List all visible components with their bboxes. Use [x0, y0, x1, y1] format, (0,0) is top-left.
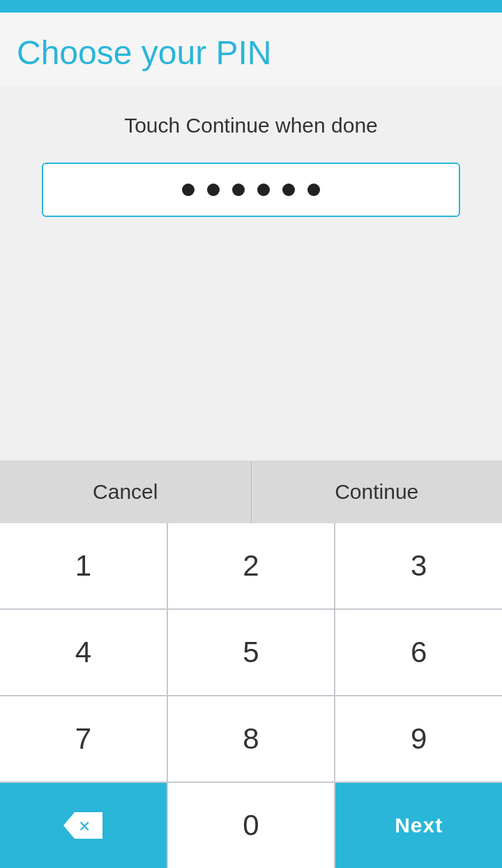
pin-dot-3: [232, 184, 245, 196]
keypad: 1 2 3 4 5 6 7 8 9 ✕ 0 Next: [0, 523, 502, 868]
spacer: [0, 287, 502, 461]
header: Choose your PIN: [0, 13, 502, 86]
next-button[interactable]: Next: [335, 783, 502, 868]
key-2[interactable]: 2: [168, 523, 335, 608]
action-bar: Cancel Continue: [0, 461, 502, 523]
continue-button[interactable]: Continue: [252, 461, 503, 523]
key-9[interactable]: 9: [335, 696, 502, 781]
key-7[interactable]: 7: [0, 696, 167, 781]
pin-dot-5: [282, 184, 295, 196]
pin-dot-1: [182, 184, 195, 196]
subtitle-text: Touch Continue when done: [124, 114, 378, 137]
key-6[interactable]: 6: [335, 610, 502, 695]
svg-text:✕: ✕: [78, 818, 91, 835]
key-0[interactable]: 0: [168, 783, 335, 868]
backspace-button[interactable]: ✕: [0, 783, 167, 868]
pin-display: [42, 163, 460, 217]
pin-dot-6: [307, 184, 320, 196]
page-title: Choose your PIN: [17, 33, 485, 72]
backspace-icon: ✕: [62, 811, 104, 840]
cancel-button[interactable]: Cancel: [0, 461, 252, 523]
content-area: Touch Continue when done: [0, 86, 502, 287]
key-8[interactable]: 8: [168, 696, 335, 781]
key-4[interactable]: 4: [0, 610, 167, 695]
pin-dot-4: [257, 184, 270, 196]
key-1[interactable]: 1: [0, 523, 167, 608]
key-3[interactable]: 3: [335, 523, 502, 608]
key-5[interactable]: 5: [168, 610, 335, 695]
status-bar: [0, 0, 502, 13]
pin-dot-2: [207, 184, 220, 196]
